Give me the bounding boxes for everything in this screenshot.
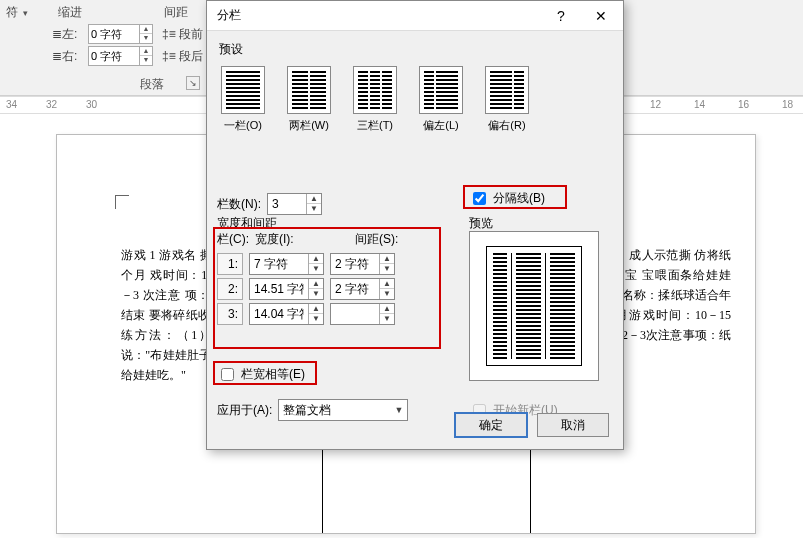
indent-left-input[interactable] <box>89 28 139 40</box>
margin-corner-icon <box>115 195 129 209</box>
highlight-box <box>463 185 567 209</box>
ribbon-group-paragraph: 段落 <box>140 76 164 93</box>
spin-up-icon[interactable]: ▲ <box>307 194 321 204</box>
dialog-title: 分栏 <box>217 7 241 24</box>
paragraph-dialog-launcher[interactable]: ↘ <box>186 76 200 90</box>
preview-label: 预览 <box>469 215 493 232</box>
ruler-tick: 14 <box>694 99 705 110</box>
preset-right[interactable]: 偏右(R) <box>485 66 529 133</box>
ruler-tick: 16 <box>738 99 749 110</box>
indent-right-input[interactable] <box>89 50 139 62</box>
spin-up-icon[interactable]: ▲ <box>140 25 152 34</box>
presets-label: 预设 <box>219 41 611 58</box>
spin-down-icon[interactable]: ▼ <box>307 204 321 214</box>
indent-left-label: ≣左: <box>52 26 77 43</box>
ruler-tick: 18 <box>782 99 793 110</box>
preset-two-columns[interactable]: 两栏(W) <box>287 66 331 133</box>
spin-up-icon[interactable]: ▲ <box>140 47 152 56</box>
ruler-tick: 30 <box>86 99 97 110</box>
apply-to-select[interactable]: 整篇文档 ▼ <box>278 399 408 421</box>
cancel-button[interactable]: 取消 <box>537 413 609 437</box>
ruler-tick: 34 <box>6 99 17 110</box>
num-columns-label: 栏数(N): <box>217 196 261 213</box>
chevron-down-icon: ▼ <box>394 405 403 415</box>
presets-row: 一栏(O) 两栏(W) 三栏(T) 偏左(L) 偏右(R) <box>219 62 611 141</box>
preset-three-columns[interactable]: 三栏(T) <box>353 66 397 133</box>
dialog-close-button[interactable]: ✕ <box>581 2 621 30</box>
indent-label: 缩进 <box>58 4 82 21</box>
highlight-box <box>213 361 317 385</box>
indent-right-label: ≣右: <box>52 48 77 65</box>
ribbon-char-dd[interactable]: 符 ▾ <box>6 4 28 21</box>
preset-one-column[interactable]: 一栏(O) <box>221 66 265 133</box>
num-columns-input[interactable] <box>268 194 306 214</box>
spin-down-icon[interactable]: ▼ <box>140 34 152 43</box>
spacing-after-label: ‡≡ 段后 <box>162 48 203 65</box>
columns-preview <box>469 231 599 381</box>
columns-dialog: 分栏 ? ✕ 预设 一栏(O) 两栏(W) 三栏(T) 偏左(L) <box>206 0 624 450</box>
spin-down-icon[interactable]: ▼ <box>140 56 152 65</box>
ruler-tick: 12 <box>650 99 661 110</box>
dialog-titlebar[interactable]: 分栏 ? ✕ <box>207 1 623 31</box>
indent-left-spinner[interactable]: ▲▼ <box>88 24 153 44</box>
indent-right-spinner[interactable]: ▲▼ <box>88 46 153 66</box>
num-columns-spinner[interactable]: ▲▼ <box>267 193 322 215</box>
highlight-box <box>213 227 441 349</box>
width-spacing-grid: 栏(C): 宽度(I): 间距(S): 1: ▲▼ ▲▼ 2: ▲▼ ▲▼ 3:… <box>217 229 447 328</box>
apply-to-label: 应用于(A): <box>217 402 272 419</box>
ruler-tick: 32 <box>46 99 57 110</box>
ok-button[interactable]: 确定 <box>455 413 527 437</box>
spacing-before-label: ‡≡ 段前 <box>162 26 203 43</box>
spacing-label: 间距 <box>164 4 188 21</box>
dialog-help-button[interactable]: ? <box>541 2 581 30</box>
apply-to-value: 整篇文档 <box>283 402 331 419</box>
preset-left[interactable]: 偏左(L) <box>419 66 463 133</box>
